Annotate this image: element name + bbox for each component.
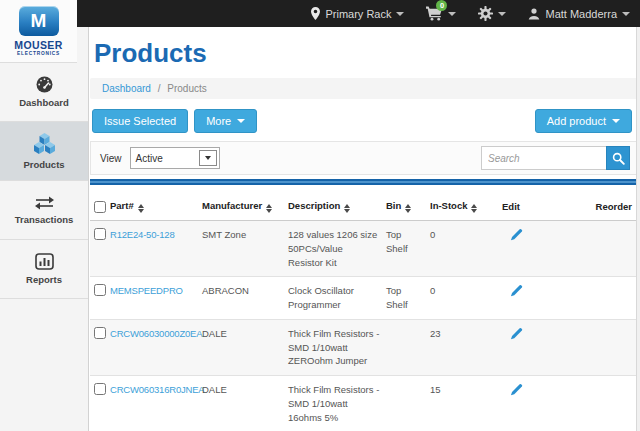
manufacturer-cell: ABRACON bbox=[200, 277, 286, 320]
row-checkbox[interactable] bbox=[94, 228, 106, 240]
cart-menu-button[interactable]: 0 bbox=[426, 6, 456, 21]
reorder-cell bbox=[558, 319, 638, 375]
scrollbar[interactable] bbox=[636, 27, 640, 431]
row-checkbox[interactable] bbox=[94, 284, 106, 296]
chevron-down-icon bbox=[205, 156, 211, 160]
blue-divider bbox=[90, 179, 638, 185]
products-table: Part#ManufacturerDescriptionBinIn-StockE… bbox=[90, 195, 638, 431]
topbar: Primary Rack 0 bbox=[77, 0, 640, 27]
breadcrumb-dashboard-link[interactable]: Dashboard bbox=[102, 83, 151, 94]
description-cell: Thick Film Resistors - SMD 1/10watt ZERO… bbox=[286, 319, 384, 375]
sidebar-item-dashboard[interactable]: Dashboard bbox=[0, 63, 88, 122]
search-group bbox=[481, 146, 630, 170]
sort-icon bbox=[344, 204, 350, 213]
column-label: Part# bbox=[110, 200, 134, 211]
view-select-value: Active bbox=[131, 153, 199, 164]
search-button[interactable] bbox=[606, 146, 630, 170]
manufacturer-cell: SMT Zone bbox=[200, 221, 286, 277]
instock-cell: 0 bbox=[428, 277, 500, 320]
search-icon bbox=[612, 152, 625, 165]
instock-cell: 23 bbox=[428, 319, 500, 375]
select-dropdown-button[interactable] bbox=[199, 150, 217, 166]
part-link[interactable]: R12E24-50-128 bbox=[110, 229, 174, 240]
chevron-down-icon bbox=[396, 12, 404, 16]
cart-badge: 0 bbox=[436, 0, 447, 11]
column-label: Edit bbox=[502, 201, 520, 212]
breadcrumb-separator: / bbox=[158, 83, 161, 94]
column-label: Bin bbox=[386, 200, 401, 211]
manufacturer-cell: DALE bbox=[200, 376, 286, 431]
edit-pencil-icon[interactable] bbox=[510, 228, 523, 241]
instock-cell: 15 bbox=[428, 376, 500, 431]
table-row: MEMSPEEDPRO ABRACON Clock Oscillator Pro… bbox=[90, 277, 638, 320]
transfer-arrows-icon bbox=[34, 196, 55, 210]
column-header-edit: Edit bbox=[500, 195, 558, 221]
view-select[interactable]: Active bbox=[130, 147, 220, 169]
column-header-manufacturer[interactable]: Manufacturer bbox=[200, 195, 286, 221]
filter-bar: View Active bbox=[90, 141, 638, 175]
main-content: Products Dashboard / Products Issue Sele… bbox=[88, 27, 640, 431]
add-product-button[interactable]: Add product bbox=[535, 109, 632, 133]
location-menu-button[interactable]: Primary Rack bbox=[311, 7, 404, 20]
instock-cell: 0 bbox=[428, 221, 500, 277]
manufacturer-cell: DALE bbox=[200, 319, 286, 375]
reorder-cell bbox=[558, 376, 638, 431]
part-link[interactable]: CRCW060316R0JNEA bbox=[110, 384, 204, 395]
bin-cell bbox=[384, 376, 428, 431]
sidebar-item-label: Dashboard bbox=[19, 97, 69, 108]
column-label: Description bbox=[288, 200, 340, 211]
search-input[interactable] bbox=[481, 146, 606, 170]
mouser-logo[interactable]: M MOUSER ELECTRONICS bbox=[0, 0, 77, 63]
column-label: In-Stock bbox=[430, 200, 467, 211]
edit-pencil-icon[interactable] bbox=[510, 284, 523, 297]
user-name: Matt Madderra bbox=[545, 8, 617, 20]
breadcrumb: Dashboard / Products bbox=[90, 78, 638, 99]
table-row: R12E24-50-128 SMT Zone 128 values 1206 s… bbox=[90, 221, 638, 277]
toolbar: Issue Selected More Add product bbox=[92, 109, 636, 133]
description-cell: 128 values 1206 size 50PCs/Value Resisto… bbox=[286, 221, 384, 277]
user-menu-button[interactable]: Matt Madderra bbox=[528, 8, 630, 20]
mouser-logo-subname: ELECTRONICS bbox=[17, 51, 60, 56]
sidebar-item-products[interactable]: Products bbox=[0, 122, 88, 181]
gear-icon bbox=[478, 6, 493, 21]
chevron-down-icon bbox=[498, 12, 506, 16]
sidebar: M MOUSER ELECTRONICS Dashboard bbox=[0, 0, 89, 431]
more-button[interactable]: More bbox=[194, 109, 257, 133]
sort-icon bbox=[471, 204, 477, 213]
issue-selected-button[interactable]: Issue Selected bbox=[92, 109, 188, 133]
table-body: R12E24-50-128 SMT Zone 128 values 1206 s… bbox=[90, 221, 638, 431]
edit-pencil-icon[interactable] bbox=[510, 383, 523, 396]
table-row: CRCW060316R0JNEA DALE Thick Film Resisto… bbox=[90, 376, 638, 431]
column-header-instock[interactable]: In-Stock bbox=[428, 195, 500, 221]
select-all-checkbox[interactable] bbox=[94, 201, 106, 213]
column-header-part[interactable]: Part# bbox=[108, 195, 200, 221]
part-link[interactable]: MEMSPEEDPRO bbox=[110, 285, 183, 296]
user-icon bbox=[528, 8, 540, 20]
location-pin-icon bbox=[311, 7, 320, 20]
sidebar-item-label: Reports bbox=[26, 274, 62, 285]
view-label: View bbox=[100, 153, 122, 164]
column-header-description[interactable]: Description bbox=[286, 195, 384, 221]
settings-menu-button[interactable] bbox=[478, 6, 506, 21]
row-checkbox[interactable] bbox=[94, 383, 106, 395]
edit-pencil-icon[interactable] bbox=[510, 327, 523, 340]
column-header-bin[interactable]: Bin bbox=[384, 195, 428, 221]
breadcrumb-current: Products bbox=[167, 83, 206, 94]
reorder-cell bbox=[558, 221, 638, 277]
cart-icon: 0 bbox=[426, 6, 443, 21]
chevron-down-icon bbox=[622, 12, 630, 16]
row-checkbox[interactable] bbox=[94, 327, 106, 339]
gauge-icon bbox=[35, 76, 54, 93]
location-label: Primary Rack bbox=[325, 8, 391, 20]
mouser-logo-name: MOUSER bbox=[14, 39, 63, 51]
table-row: CRCW06030000Z0EA DALE Thick Film Resisto… bbox=[90, 319, 638, 375]
part-link[interactable]: CRCW06030000Z0EA bbox=[110, 328, 202, 339]
sort-icon bbox=[138, 204, 144, 213]
cubes-icon bbox=[33, 133, 56, 155]
bar-chart-icon bbox=[35, 253, 54, 270]
description-cell: Thick Film Resistors - SMD 1/10watt 16oh… bbox=[286, 376, 384, 431]
sidebar-item-reports[interactable]: Reports bbox=[0, 240, 88, 299]
sidebar-item-transactions[interactable]: Transactions bbox=[0, 181, 88, 240]
chevron-down-icon bbox=[237, 119, 245, 123]
bin-cell: Top Shelf bbox=[384, 221, 428, 277]
